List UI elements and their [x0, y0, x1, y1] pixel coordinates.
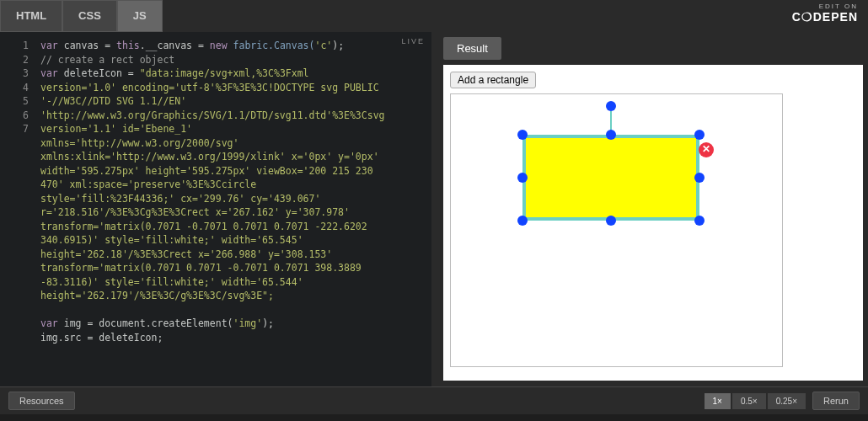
resize-handle-bl[interactable] [517, 216, 528, 226]
code-content[interactable]: var canvas = this.__canvas = new fabric.… [0, 39, 431, 344]
resize-handle-tm[interactable] [606, 130, 616, 140]
add-rectangle-button[interactable]: Add a rectangle [450, 72, 536, 88]
result-tab[interactable]: Result [443, 37, 501, 60]
live-badge: LIVE [401, 37, 425, 45]
resize-handle-ml[interactable] [517, 173, 528, 183]
resize-handle-bm[interactable] [606, 216, 616, 226]
codepen-wordmark: C❍DEPEN [792, 10, 858, 24]
editor-tabs: HTML CSS JS [0, 0, 163, 32]
resize-handle-mr[interactable] [694, 173, 705, 183]
tab-js[interactable]: JS [117, 0, 163, 32]
resources-button[interactable]: Resources [8, 392, 75, 410]
tab-html[interactable]: HTML [0, 0, 62, 32]
codepen-logo[interactable]: EDIT ON C❍DEPEN [782, 0, 868, 32]
resize-handle-br[interactable] [694, 216, 705, 226]
delete-icon[interactable]: ✕ [699, 142, 714, 157]
code-editor[interactable]: LIVE 123 45 67 var canvas = this.__canva… [0, 32, 438, 386]
selected-rectangle[interactable] [522, 135, 699, 221]
edit-on-label: EDIT ON [792, 3, 858, 10]
zoom-05x[interactable]: 0.5× [732, 393, 766, 409]
rotate-handle[interactable] [606, 101, 616, 111]
resize-handle-tl[interactable] [517, 130, 528, 140]
zoom-025x[interactable]: 0.25× [768, 393, 806, 409]
line-gutter: 123 45 67 [0, 39, 34, 136]
result-pane: Add a rectangle ✕ [443, 65, 863, 381]
zoom-controls: 1× 0.5× 0.25× [705, 393, 806, 409]
resize-handle-tr[interactable] [694, 130, 705, 140]
rerun-button[interactable]: Rerun [812, 392, 860, 410]
tab-css[interactable]: CSS [62, 0, 117, 32]
fabric-canvas[interactable]: ✕ [450, 93, 783, 367]
zoom-1x[interactable]: 1× [705, 393, 731, 409]
